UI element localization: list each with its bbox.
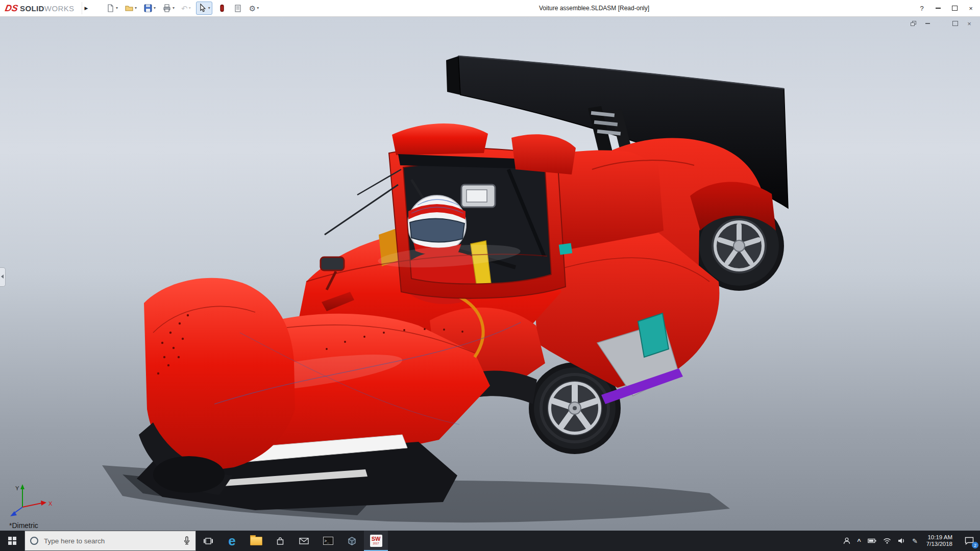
open-document-button[interactable]: ▾: [123, 2, 138, 15]
windows-logo-icon: [8, 537, 16, 545]
triad-y-label: Y: [15, 485, 19, 491]
maximize-icon: [952, 6, 958, 11]
open-dropdown-caret[interactable]: ▾: [135, 6, 137, 10]
taskbar-file-explorer-button[interactable]: [244, 531, 268, 551]
gear-icon: ⚙: [249, 5, 256, 12]
teal-part[interactable]: [559, 243, 573, 255]
mail-envelope-icon: [299, 538, 309, 544]
hidden-icons-chevron[interactable]: ^: [857, 538, 861, 544]
close-icon: ×: [969, 5, 973, 12]
reference-triad: Y X: [5, 482, 61, 518]
select-cursor-icon: [198, 4, 207, 13]
edge-icon: e: [228, 534, 235, 547]
store-bag-icon: [276, 537, 284, 545]
help-button[interactable]: ?: [914, 0, 930, 16]
taskbar-clock[interactable]: 10:19 AM 7/13/2018: [924, 534, 954, 548]
battery-icon[interactable]: [868, 538, 876, 543]
car-3d-model[interactable]: [0, 16, 980, 531]
microphone-icon[interactable]: [183, 536, 190, 545]
printer-icon: [162, 4, 172, 13]
taskbar-solidworks-button[interactable]: SW 2017: [364, 531, 388, 551]
dassault-ds-logo: DS: [4, 3, 19, 14]
taskbar-command-prompt-button[interactable]: >_: [316, 531, 340, 551]
open-folder-icon: [125, 4, 134, 13]
flyout-arrow-icon: ▶: [85, 6, 88, 11]
cube-icon: [348, 537, 356, 545]
solidworks-app-icon: SW 2017: [370, 535, 382, 547]
new-document-icon: [106, 4, 115, 13]
taskbar-search[interactable]: [24, 531, 196, 551]
window-controls: ? ×: [914, 0, 979, 16]
doc-minimize-button[interactable]: [923, 19, 932, 28]
notification-badge: 2: [972, 542, 978, 548]
taskbar-edge-button[interactable]: e: [220, 531, 244, 551]
taskbar-edrawings-button[interactable]: [340, 531, 364, 551]
start-button[interactable]: [0, 531, 24, 551]
doc-maximize-button[interactable]: [950, 19, 960, 28]
options-dropdown-caret[interactable]: ▾: [257, 6, 259, 10]
graphics-area[interactable]: ×: [0, 16, 980, 531]
quick-access-toolbar: ▾ ▾ ▾ ▾ ↶ ▾ ▾: [104, 0, 264, 16]
brand-solid-text: SOLID: [20, 4, 44, 13]
doc-close-icon: ×: [967, 20, 971, 28]
cortana-icon: [30, 537, 38, 545]
file-explorer-icon: [250, 537, 262, 545]
wifi-icon[interactable]: [883, 538, 891, 544]
doc-restore-button[interactable]: [909, 19, 918, 28]
system-tray: ^ ✎ 10:19 AM 7/13/2018: [839, 531, 959, 551]
options-button[interactable]: ⚙ ▾: [248, 2, 260, 15]
brand-works-text: WORKS: [44, 4, 75, 13]
menu-flyout-button[interactable]: ▶: [82, 2, 90, 14]
people-icon[interactable]: [843, 537, 850, 544]
windows-ink-pen-icon[interactable]: ✎: [912, 538, 918, 544]
mirror-camera-box[interactable]: [461, 185, 495, 207]
print-dropdown-caret[interactable]: ▾: [173, 6, 175, 10]
help-icon: ?: [920, 5, 923, 12]
minimize-button[interactable]: [930, 0, 946, 16]
appearance-tool-button[interactable]: [216, 2, 228, 15]
view-orientation-label: *Dimetric: [9, 521, 38, 530]
clock-date: 7/13/2018: [926, 541, 952, 548]
minimize-icon: [936, 8, 941, 9]
feature-tree-collapse-handle[interactable]: [0, 267, 6, 287]
solidworks-window: DS SOLIDWORKS ▶ ▾ ▾ ▾ ▾ ↶ ▾: [0, 0, 980, 551]
red-capsule-icon: [217, 4, 227, 13]
file-properties-button[interactable]: [232, 2, 244, 15]
taskbar-store-button[interactable]: [268, 531, 292, 551]
sw-year: 2017: [373, 542, 379, 545]
new-dropdown-caret[interactable]: ▾: [116, 6, 118, 10]
solidworks-logo: DS SOLIDWORKS: [5, 0, 75, 16]
taskbar-mail-button[interactable]: [292, 531, 316, 551]
close-button[interactable]: ×: [963, 0, 979, 16]
doc-minimize-icon: [925, 23, 930, 24]
task-view-icon: [203, 537, 213, 545]
doc-maximize-icon: [952, 21, 958, 26]
action-center-button[interactable]: 2: [959, 531, 980, 551]
save-dropdown-caret[interactable]: ▾: [154, 6, 156, 10]
helmet-visor: [410, 218, 464, 242]
clock-time: 10:19 AM: [927, 534, 952, 541]
triad-x-label: X: [48, 500, 53, 507]
undo-button[interactable]: ↶ ▾: [180, 2, 192, 15]
sw-label: SW: [372, 536, 381, 542]
save-button[interactable]: ▾: [142, 2, 157, 15]
properties-sheet-icon: [233, 4, 242, 13]
search-input[interactable]: [43, 537, 179, 545]
document-window-controls: ×: [909, 19, 974, 28]
task-view-button[interactable]: [196, 531, 220, 551]
select-tool-button[interactable]: ▾: [196, 2, 212, 15]
new-document-button[interactable]: ▾: [104, 2, 119, 15]
select-dropdown-caret[interactable]: ▾: [208, 6, 210, 10]
doc-restore-icon: [911, 21, 916, 26]
print-button[interactable]: ▾: [161, 2, 176, 15]
document-title: Voiture assemblee.SLDASM [Read-only]: [539, 0, 649, 16]
volume-icon[interactable]: [898, 538, 905, 544]
undo-dropdown-caret: ▾: [189, 6, 191, 10]
command-prompt-icon: >_: [323, 537, 333, 545]
doc-close-button[interactable]: ×: [965, 19, 974, 28]
undo-icon: ↶: [181, 5, 188, 12]
titlebar: DS SOLIDWORKS ▶ ▾ ▾ ▾ ▾ ↶ ▾: [0, 0, 980, 17]
windows-taskbar: e >_ SW: [0, 531, 980, 551]
maximize-button[interactable]: [946, 0, 963, 16]
save-floppy-icon: [143, 4, 153, 13]
